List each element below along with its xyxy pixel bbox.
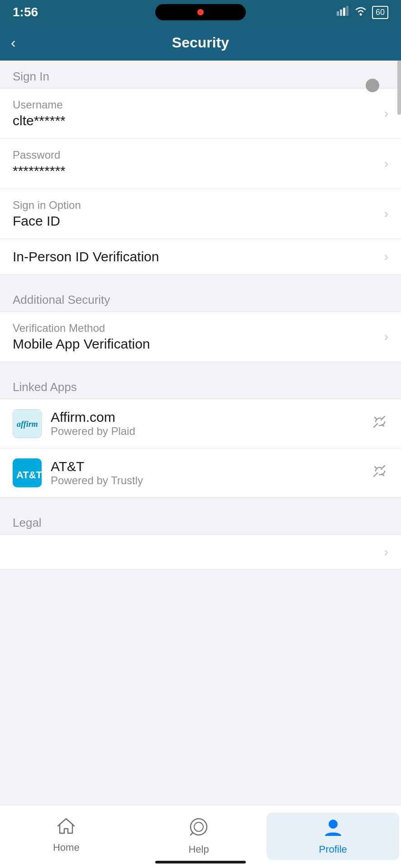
scroll-thumb	[366, 79, 379, 92]
svg-text:affirm: affirm	[17, 420, 38, 429]
sign-in-section-header: Sign In	[0, 61, 401, 88]
legal-section-header: Legal	[0, 507, 401, 534]
signin-option-value: Face ID	[13, 213, 377, 229]
chevron-right-icon: ›	[384, 106, 388, 121]
battery-icon: 60	[372, 6, 388, 19]
linked-apps-list: affirm Affirm.com Powered by Plaid A	[0, 399, 401, 498]
help-icon	[189, 817, 209, 841]
back-button[interactable]: ‹	[11, 34, 16, 51]
id-verification-content: In-Person ID Verification	[13, 249, 377, 264]
tab-home-label: Home	[53, 842, 80, 854]
spacer-1	[0, 275, 401, 284]
additional-security-section-header: Additional Security	[0, 284, 401, 311]
tab-profile-label: Profile	[319, 844, 347, 855]
chevron-right-icon: ›	[384, 207, 388, 221]
svg-rect-0	[337, 11, 339, 16]
username-label: Username	[13, 99, 377, 111]
wifi-icon	[354, 6, 368, 19]
chevron-right-icon: ›	[384, 330, 388, 344]
sign-in-list: Username clte****** › Password *********…	[0, 88, 401, 275]
verification-method-content: Verification Method Mobile App Verificat…	[13, 322, 377, 352]
affirm-icon: affirm	[13, 409, 42, 438]
affirm-sub: Powered by Plaid	[51, 425, 370, 438]
att-row[interactable]: AT&T AT&T Powered by Trustly	[0, 448, 401, 497]
signal-icon	[337, 6, 349, 19]
id-verification-row[interactable]: In-Person ID Verification ›	[0, 239, 401, 274]
username-content: Username clte******	[13, 99, 377, 128]
password-content: Password **********	[13, 149, 377, 179]
nav-header: ‹ Security	[0, 24, 401, 61]
tab-profile[interactable]: Profile	[267, 812, 399, 860]
svg-point-10	[329, 820, 338, 829]
scroll-indicator	[397, 61, 401, 115]
signin-option-label: Sign in Option	[13, 199, 377, 212]
verification-method-row[interactable]: Verification Method Mobile App Verificat…	[0, 312, 401, 362]
legal-item-row[interactable]: ›	[0, 535, 401, 569]
spacer-2	[0, 362, 401, 371]
tab-bar: Home Help Profile	[0, 805, 401, 868]
username-value: clte******	[13, 113, 377, 128]
legal-list: ›	[0, 534, 401, 570]
chevron-right-icon: ›	[384, 250, 388, 264]
chevron-right-icon: ›	[384, 156, 388, 171]
signin-option-content: Sign in Option Face ID	[13, 199, 377, 229]
spacer-3	[0, 498, 401, 507]
verification-method-value: Mobile App Verification	[13, 336, 377, 352]
home-indicator	[155, 861, 246, 863]
password-value: **********	[13, 163, 377, 179]
id-verification-label: In-Person ID Verification	[13, 249, 377, 264]
svg-rect-1	[340, 9, 342, 16]
att-name: AT&T	[51, 459, 370, 474]
affirm-row[interactable]: affirm Affirm.com Powered by Plaid	[0, 399, 401, 448]
tab-help[interactable]: Help	[133, 812, 265, 860]
att-icon: AT&T	[13, 458, 42, 487]
username-row[interactable]: Username clte****** ›	[0, 89, 401, 139]
unlink-icon[interactable]	[370, 462, 388, 484]
status-bar: 1:56 60	[0, 0, 401, 24]
signin-option-row[interactable]: Sign in Option Face ID ›	[0, 189, 401, 239]
dynamic-island	[155, 4, 246, 20]
affirm-name: Affirm.com	[51, 410, 370, 425]
home-icon	[56, 817, 76, 839]
status-time: 1:56	[13, 5, 38, 19]
main-content: Sign In Username clte****** › Password *…	[0, 61, 401, 642]
page-title: Security	[172, 34, 229, 51]
svg-text:AT&T: AT&T	[16, 469, 42, 481]
svg-point-4	[359, 14, 362, 16]
att-sub: Powered by Trustly	[51, 474, 370, 487]
password-row[interactable]: Password ********** ›	[0, 139, 401, 189]
svg-point-8	[191, 819, 207, 835]
tab-home[interactable]: Home	[0, 812, 133, 858]
profile-icon	[323, 817, 343, 841]
affirm-content: Affirm.com Powered by Plaid	[51, 410, 370, 438]
verification-method-label: Verification Method	[13, 322, 377, 335]
additional-security-list: Verification Method Mobile App Verificat…	[0, 311, 401, 362]
svg-rect-2	[343, 8, 345, 16]
att-content: AT&T Powered by Trustly	[51, 459, 370, 487]
svg-point-9	[194, 822, 203, 831]
chevron-right-icon: ›	[384, 545, 388, 559]
recording-dot	[197, 9, 204, 15]
tab-help-label: Help	[188, 844, 209, 855]
unlink-icon[interactable]	[370, 413, 388, 435]
status-icons: 60	[337, 6, 388, 19]
svg-rect-3	[346, 6, 348, 16]
password-label: Password	[13, 149, 377, 161]
linked-apps-section-header: Linked Apps	[0, 371, 401, 399]
